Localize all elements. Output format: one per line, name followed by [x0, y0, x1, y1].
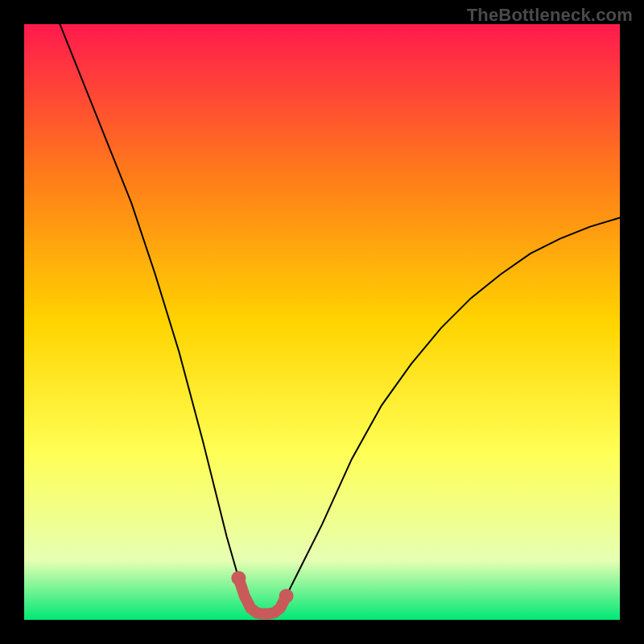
chart-frame: TheBottleneck.com	[0, 0, 644, 644]
gradient-background	[24, 24, 620, 620]
marker-dot	[279, 588, 294, 603]
plot-area	[24, 24, 620, 620]
watermark-label: TheBottleneck.com	[467, 5, 633, 26]
plot-svg	[24, 24, 620, 620]
marker-dot	[231, 571, 246, 585]
